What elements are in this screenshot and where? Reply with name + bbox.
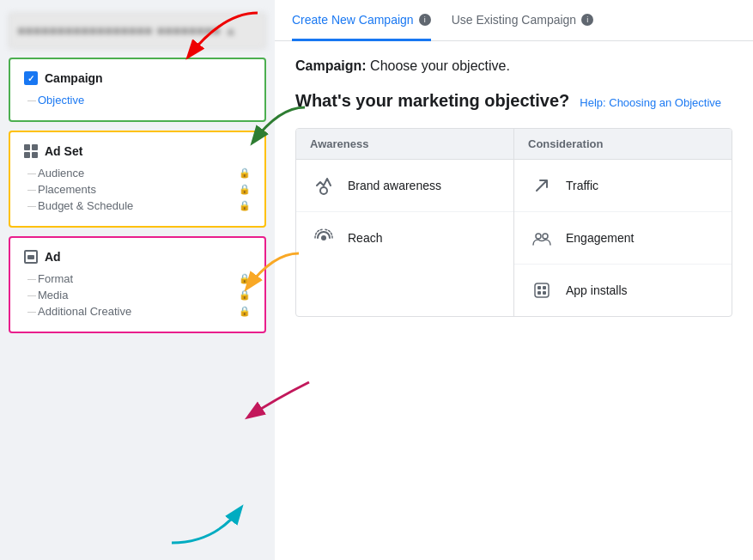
audience-label: Audience <box>38 167 84 180</box>
additional-creative-tree-item: Additional Creative 🔒 <box>24 303 251 320</box>
reach-icon <box>310 224 337 252</box>
arrow-red <box>172 4 275 73</box>
svg-rect-4 <box>535 283 549 297</box>
consideration-header: Consideration <box>514 129 732 160</box>
ad-title: Ad <box>24 250 251 264</box>
engagement-label: Engagement <box>566 231 634 245</box>
tab-create-new-campaign[interactable]: Create New Campaign i <box>292 1 431 41</box>
campaign-rest: Choose your objective. <box>367 58 510 73</box>
reach-label: Reach <box>348 231 382 245</box>
engagement-icon <box>528 224 556 252</box>
app-installs-item[interactable]: App installs <box>514 265 732 316</box>
section-ad: Ad Format 🔒 Media 🔒 Additional Creative … <box>9 236 266 333</box>
objective-question-heading: What's your marketing objective? <box>295 91 569 111</box>
reach-item[interactable]: Reach <box>296 212 513 264</box>
audience-lock-icon: 🔒 <box>239 167 251 179</box>
sidebar: ■■■■■■■■■■■■■■■■■ ■■■■■■■■ ▲ ✓ Campaign … <box>0 0 275 560</box>
tab-use-existing-campaign[interactable]: Use Existing Campaign i <box>452 1 594 41</box>
svg-point-3 <box>543 234 548 239</box>
svg-point-2 <box>536 234 541 239</box>
svg-point-1 <box>321 235 326 240</box>
budget-tree-item: Budget & Schedule 🔒 <box>24 198 251 214</box>
adset-title: Ad Set <box>24 144 251 158</box>
media-tree-item: Media 🔒 <box>24 287 251 303</box>
create-campaign-info-icon[interactable]: i <box>419 14 431 26</box>
ad-icon <box>24 250 38 264</box>
app-installs-label: App installs <box>566 283 628 297</box>
svg-rect-8 <box>543 291 546 295</box>
awareness-header: Awareness <box>296 129 513 160</box>
placements-lock-icon: 🔒 <box>239 184 251 195</box>
svg-rect-6 <box>543 286 546 289</box>
campaign-title: ✓ Campaign <box>24 71 251 85</box>
use-existing-tab-label: Use Existing Campaign <box>452 13 577 27</box>
section-adset: Ad Set Audience 🔒 Placements 🔒 Budget & … <box>9 131 266 228</box>
use-existing-info-icon[interactable]: i <box>581 14 593 26</box>
arrow-yellow <box>239 245 307 296</box>
traffic-item[interactable]: Traffic <box>514 160 732 212</box>
svg-rect-7 <box>537 291 541 295</box>
consideration-column: Consideration Traffic <box>514 129 732 316</box>
traffic-label: Traffic <box>566 179 598 192</box>
create-campaign-tab-label: Create New Campaign <box>292 13 414 27</box>
objective-tree-item[interactable]: Objective <box>24 92 251 108</box>
main-container: ■■■■■■■■■■■■■■■■■ ■■■■■■■■ ▲ ✓ Campaign … <box>0 0 753 560</box>
placements-tree-item: Placements 🔒 <box>24 181 251 198</box>
placements-label: Placements <box>38 183 96 196</box>
objective-question-section: What's your marketing objective? Help: C… <box>295 91 732 111</box>
brand-awareness-item[interactable]: Brand awareness <box>296 160 513 212</box>
media-label: Media <box>38 289 68 301</box>
awareness-column: Awareness Brand awareness <box>296 129 514 316</box>
svg-rect-5 <box>537 286 541 289</box>
content-area: Create New Campaign i Use Existing Campa… <box>275 0 753 560</box>
campaign-instruction: Campaign: Choose your objective. <box>295 58 732 74</box>
format-tree-item: Format 🔒 <box>24 271 251 287</box>
arrow-cyan <box>146 491 249 551</box>
additional-creative-lock-icon: 🔒 <box>239 306 251 317</box>
budget-lock-icon: 🔒 <box>239 200 251 211</box>
brand-awareness-icon <box>310 172 337 199</box>
campaign-label: Campaign <box>45 71 103 85</box>
audience-tree-item: Audience 🔒 <box>24 165 251 181</box>
campaign-check-icon: ✓ <box>24 71 38 85</box>
ad-label: Ad <box>45 250 61 264</box>
arrow-pink <box>232 374 318 425</box>
adset-icon <box>24 144 38 158</box>
brand-awareness-label: Brand awareness <box>348 179 441 192</box>
objective-label: Objective <box>38 94 84 107</box>
format-label: Format <box>38 272 73 285</box>
arrow-green <box>245 99 313 150</box>
svg-point-0 <box>320 187 327 194</box>
traffic-icon <box>528 172 556 199</box>
budget-label: Budget & Schedule <box>38 199 133 212</box>
help-link[interactable]: Help: Choosing an Objective <box>580 96 721 109</box>
campaign-bold: Campaign: <box>295 58 367 73</box>
objectives-grid: Awareness Brand awareness <box>295 128 732 317</box>
adset-label: Ad Set <box>45 144 82 158</box>
app-installs-icon <box>528 277 556 304</box>
tab-bar: Create New Campaign i Use Existing Campa… <box>275 0 753 41</box>
additional-creative-label: Additional Creative <box>38 305 131 318</box>
engagement-item[interactable]: Engagement <box>514 212 732 265</box>
content-body: Campaign: Choose your objective. What's … <box>275 41 753 560</box>
